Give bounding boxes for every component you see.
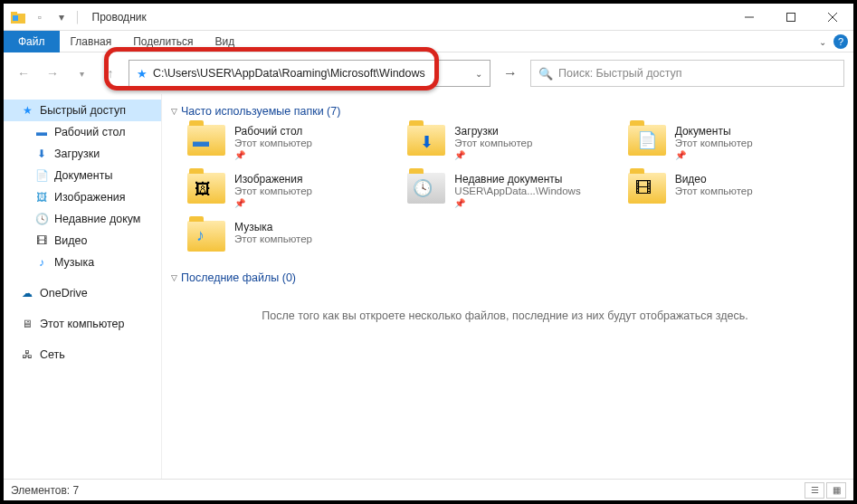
music-icon: ♪: [34, 255, 49, 270]
ribbon-tab-home[interactable]: Главная: [60, 31, 123, 52]
desktop-icon: ▬: [34, 125, 49, 139]
window-title: Проводник: [87, 11, 147, 24]
minimize-button[interactable]: [728, 4, 770, 31]
ribbon-tab-view[interactable]: Вид: [204, 31, 245, 52]
navpane-item-recent[interactable]: 🕓Недавние докум: [4, 208, 161, 230]
nav-recent-dropdown[interactable]: ▾: [71, 62, 92, 84]
view-details-button[interactable]: ☰: [805, 482, 824, 499]
search-box[interactable]: 🔍 Поиск: Быстрый доступ: [530, 60, 844, 87]
folder-item-downloads[interactable]: ⬇ ЗагрузкиЭтот компьютер📌: [407, 125, 618, 160]
content-pane: ▽ Часто используемые папки (7) ▬ Рабочий…: [162, 94, 853, 479]
navigation-row: ← → ▾ ↑ ★ C:\Users\USER\AppData\Roaming\…: [4, 52, 853, 94]
nav-up-button[interactable]: ↑: [100, 62, 121, 84]
view-icons-button[interactable]: ▦: [826, 482, 846, 499]
go-button[interactable]: →: [498, 61, 523, 86]
empty-recent-message: После того как вы откроете несколько фай…: [171, 291, 839, 340]
navpane-item-documents[interactable]: 📄Документы: [4, 165, 161, 186]
navpane-item-videos[interactable]: 🎞Видео: [4, 230, 161, 252]
status-bar: Элементов: 7 ☰ ▦: [4, 479, 853, 500]
navpane-onedrive[interactable]: ☁OneDrive: [4, 282, 161, 304]
navpane-item-desktop[interactable]: ▬Рабочий стол: [4, 121, 161, 143]
folder-item-music[interactable]: ♪ МузыкаЭтот компьютер: [187, 221, 398, 255]
navpane-quick-access[interactable]: ★ Быстрый доступ: [4, 100, 161, 121]
maximize-button[interactable]: [770, 4, 812, 31]
address-dropdown-icon[interactable]: ⌄: [475, 69, 482, 79]
downloads-icon: ⬇: [34, 147, 49, 161]
folder-item-documents[interactable]: 📄 ДокументыЭтот компьютер📌: [628, 125, 839, 160]
chevron-down-icon: ▽: [171, 273, 177, 282]
pin-icon: 📌: [454, 150, 532, 160]
network-icon: 🖧: [20, 347, 34, 362]
navpane-item-pictures[interactable]: 🖼Изображения: [4, 186, 161, 208]
pin-icon: 📌: [675, 150, 753, 160]
navpane-item-music[interactable]: ♪Музыка: [4, 252, 161, 273]
videos-icon: 🎞: [34, 233, 49, 248]
nav-back-button[interactable]: ←: [13, 62, 34, 84]
folder-item-pictures[interactable]: 🖼 ИзображенияЭтот компьютер📌: [187, 173, 398, 208]
navigation-pane: ★ Быстрый доступ ▬Рабочий стол ⬇Загрузки…: [4, 94, 162, 479]
recent-icon: 🕓: [34, 212, 49, 226]
ribbon-tab-share[interactable]: Поделиться: [122, 31, 204, 52]
pin-icon: 📌: [234, 198, 312, 208]
nav-forward-button[interactable]: →: [42, 62, 63, 84]
ribbon-expand-icon[interactable]: ⌄: [819, 37, 826, 47]
quick-access-star-icon: ★: [137, 67, 148, 81]
section-frequent-folders[interactable]: ▽ Часто используемые папки (7): [171, 105, 839, 118]
search-placeholder: Поиск: Быстрый доступ: [558, 67, 682, 80]
frequent-folders-grid: ▬ Рабочий столЭтот компьютер📌 ⬇ Загрузки…: [187, 125, 839, 255]
properties-icon[interactable]: ▫: [31, 8, 49, 26]
help-icon[interactable]: ?: [833, 34, 848, 49]
ribbon-file-tab[interactable]: Файл: [4, 31, 60, 52]
folder-item-videos[interactable]: 🎞 ВидеоЭтот компьютер: [628, 173, 839, 208]
quick-access-toolbar: ▫ ▾ │: [9, 8, 81, 26]
folder-item-desktop[interactable]: ▬ Рабочий столЭтот компьютер📌: [187, 125, 398, 160]
chevron-down-icon: ▽: [171, 107, 177, 116]
address-bar[interactable]: ★ C:\Users\USER\AppData\Roaming\Microsof…: [129, 60, 490, 87]
title-bar: ▫ ▾ │ Проводник: [4, 4, 853, 31]
qat-dropdown-icon[interactable]: ▾: [52, 8, 71, 26]
this-pc-icon: 🖥: [20, 317, 34, 331]
svg-rect-1: [11, 12, 17, 14]
documents-icon: 📄: [34, 168, 49, 183]
pin-icon: 📌: [234, 150, 312, 160]
svg-rect-2: [13, 15, 18, 21]
section-recent-files[interactable]: ▽ Последние файлы (0): [171, 271, 839, 284]
navpane-item-downloads[interactable]: ⬇Загрузки: [4, 143, 161, 165]
explorer-icon: [9, 8, 27, 26]
search-icon: 🔍: [538, 67, 553, 81]
pictures-icon: 🖼: [34, 190, 49, 204]
folder-item-recent-docs[interactable]: 🕓 Недавние документыUSER\AppData...\Wind…: [407, 173, 618, 208]
svg-rect-4: [787, 13, 795, 21]
navpane-this-pc[interactable]: 🖥Этот компьютер: [4, 313, 161, 335]
star-icon: ★: [20, 103, 34, 118]
close-button[interactable]: [812, 4, 853, 31]
navpane-network[interactable]: 🖧Сеть: [4, 344, 161, 366]
onedrive-icon: ☁: [20, 286, 34, 300]
explorer-window: ▫ ▾ │ Проводник Файл Главная Поделиться …: [0, 0, 857, 504]
pin-icon: 📌: [454, 198, 580, 208]
status-item-count: Элементов: 7: [11, 484, 79, 497]
ribbon: Файл Главная Поделиться Вид ⌄ ?: [4, 31, 853, 52]
address-text: C:\Users\USER\AppData\Roaming\Microsoft\…: [153, 67, 425, 80]
